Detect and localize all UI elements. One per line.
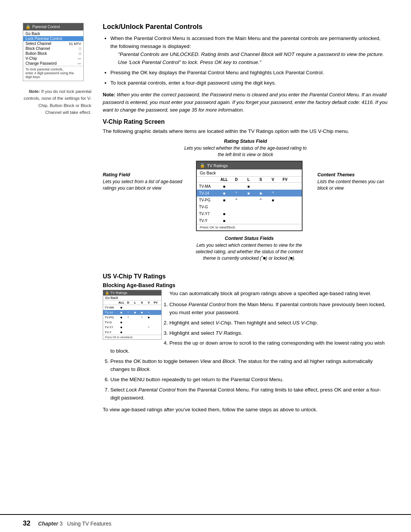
menu-item-label: V-Chip <box>25 56 37 61</box>
small-go-back: Go Back <box>103 296 161 300</box>
row-tv-y7: TV-Y7 ■ <box>197 210 302 217</box>
vchip-title: V-Chip Rating Screen <box>103 118 388 125</box>
tv-ratings-lock-icon: 🔒 <box>200 163 205 168</box>
rating-status-field-label: Rating Status Field Lets you select whet… <box>103 139 388 158</box>
col-v: V <box>267 177 279 182</box>
menu-item-value: 51 MTV <box>69 42 81 46</box>
small-cols: ALL D L S V FV <box>103 300 161 305</box>
menu-item-label: Go Back <box>25 32 40 36</box>
bullet-2: Pressing the OK key displays the Parenta… <box>110 69 388 77</box>
col-l: L <box>242 177 255 182</box>
small-row-tv-pg: TV-PG ■ ^ ^ ■ <box>103 315 161 320</box>
diagram-row: Rating Field Lets you select from a list… <box>103 161 388 261</box>
vchip-diagram: Rating Status Field Lets you select whet… <box>103 139 388 262</box>
menu-item-label: Block Channel <box>25 46 50 51</box>
diagram-right: Content Themes Lists the content themes … <box>312 161 388 192</box>
lock-icon: 🔒 <box>25 24 31 29</box>
italic-message: "Parental Controls are UNLOCKED. Rating … <box>118 51 388 67</box>
page: 🔒 Parental Control Go Back Lock Parental… <box>0 0 411 532</box>
menu-item-select-channel: Select Channel 51 MTV <box>23 41 83 46</box>
menu-item-value: — <box>78 62 81 66</box>
menu-item-label: Lock Parental Control <box>25 37 62 41</box>
col-d: D <box>230 177 242 182</box>
row-tv-pg: TV-PG ■ ^ ^ ■ <box>197 197 302 203</box>
steps-outro: To view age-based ratings after you've l… <box>103 406 388 414</box>
menu-item-vchip: V-Chip — <box>23 56 83 61</box>
chapter-label: Chapter <box>38 521 58 527</box>
menu-item-value: — <box>78 57 81 61</box>
tv-ratings-go-back: Go Back <box>197 169 302 177</box>
content-area: 🔒 Parental Control Go Back Lock Parental… <box>23 23 388 417</box>
col-fv: FV <box>279 177 291 182</box>
parental-control-footer: To lock parental controls,enter 4 digit … <box>23 66 83 80</box>
small-row-tv-g: TV-G ■ <box>103 320 161 325</box>
col-empty <box>199 177 218 182</box>
diagram-left: Rating Field Lets you select from a list… <box>103 161 186 192</box>
content-status-desc: Lets you select which content themes to … <box>196 242 303 261</box>
page-number: 32 <box>23 519 30 527</box>
menu-item-value: □ <box>79 47 81 51</box>
us-vchip-subtitle: Blocking Age-Based Ratings <box>103 282 388 288</box>
rating-field-desc: Lets you select from a list of age-based… <box>103 179 183 192</box>
bullet-1: When the Parental Control Menu is access… <box>110 35 388 67</box>
small-tv-ratings-header: 🔒 TV Ratings <box>103 290 161 296</box>
menu-item-lock-parental[interactable]: Lock Parental Control <box>23 36 83 41</box>
row-tv-g: TV-G <box>197 203 302 210</box>
content-status-label: Content Status Fields Lets you select wh… <box>196 236 303 261</box>
vchip-desc: The following graphic details where item… <box>103 128 388 136</box>
step-4: Press the up or down arrow to scroll to … <box>110 339 388 355</box>
row-tv-ma: TV-MA ■ ■ <box>197 183 302 190</box>
chapter-title: Using TV Features <box>67 521 111 527</box>
menu-item-block-channel: Block Channel □ <box>23 46 83 51</box>
small-row-tv-y: TV-Y ■ <box>103 330 161 335</box>
small-tv-ratings-box: 🔒 TV Ratings Go Back ALL D L S V FV <box>103 290 162 340</box>
main-content: Lock/Unlock Parental Controls When the P… <box>103 23 388 417</box>
rating-status-desc: Lets you select whether the status of th… <box>103 145 388 158</box>
step-7: Select Lock Parental Control from the Pa… <box>110 386 388 402</box>
bottom-bar: 32 Chapter 3 Using TV Features <box>0 514 411 532</box>
content-themes-title: Content Themes <box>317 172 388 177</box>
chapter-number: 3 <box>60 521 63 527</box>
parental-control-body: Go Back Lock Parental Control Select Cha… <box>23 30 83 81</box>
tv-ratings-large-box: 🔒 TV Ratings Go Back ALL D L S V <box>196 161 303 231</box>
col-all: ALL <box>218 177 230 182</box>
us-vchip-title: US V-Chip TV Ratings <box>103 273 388 280</box>
note-bold: Note: <box>103 92 115 97</box>
lock-unlock-title: Lock/Unlock Parental Controls <box>103 23 388 31</box>
small-row-tv-ma: TV-MA ■ <box>103 305 161 310</box>
parental-control-menu: 🔒 Parental Control Go Back Lock Parental… <box>23 23 84 81</box>
step-6: Use the MENU button repeatedly to get re… <box>110 376 388 384</box>
menu-item-label: Button Block <box>25 51 47 56</box>
rating-status-title: Rating Status Field <box>103 139 388 144</box>
small-footer: Press OK to view/block. <box>103 335 161 339</box>
menu-item-label: Change Password <box>25 61 57 66</box>
row-tv-y: TV-Y ■ <box>197 217 302 224</box>
parental-control-header: 🔒 Parental Control <box>23 23 83 30</box>
step-5: Press the OK button to toggle between Vi… <box>110 358 388 374</box>
tv-ratings-title: TV Ratings <box>207 163 228 168</box>
us-vchip-section: US V-Chip TV Ratings Blocking Age-Based … <box>103 273 388 417</box>
menu-item-label: Select Channel <box>25 42 51 46</box>
menu-item-go-back: Go Back <box>23 31 83 36</box>
rating-field-title: Rating Field <box>103 172 183 177</box>
row-tv-14: TV-14 ■ ^ ■ ■ ^ <box>197 190 302 197</box>
lock-unlock-bullets: When the Parental Control Menu is access… <box>110 35 388 87</box>
menu-item-change-password: Change Password — <box>23 61 83 66</box>
menu-item-value: □ <box>79 52 81 56</box>
sidebar-note-bold: Note: <box>29 89 40 94</box>
sidebar-note: Note: If you do not lock parental contro… <box>23 88 91 116</box>
col-s: S <box>255 177 267 182</box>
bullet-3: To lock parental controls, enter a four-… <box>110 79 388 87</box>
small-title: TV Ratings <box>110 291 127 295</box>
tv-ratings-cols: ALL D L S V FV <box>197 177 302 183</box>
content-status-title: Content Status Fields <box>196 236 303 241</box>
tv-ratings-footer: Press OK to view/block. <box>197 224 302 230</box>
us-vchip-content: 🔒 TV Ratings Go Back ALL D L S V FV <box>103 290 388 417</box>
note-block: Note: When you enter the correct passwor… <box>103 91 388 114</box>
menu-item-button-block: Button Block □ <box>23 51 83 56</box>
bullet-1-text: When the Parental Control Menu is access… <box>110 35 381 49</box>
small-row-tv-y7: TV-Y7 ■ ^ <box>103 325 161 330</box>
small-row-tv-14: TV-14 ■ ^ ■ ■ ^ <box>103 310 161 315</box>
left-sidebar: 🔒 Parental Control Go Back Lock Parental… <box>23 23 91 417</box>
small-lock-icon: 🔒 <box>105 291 109 295</box>
